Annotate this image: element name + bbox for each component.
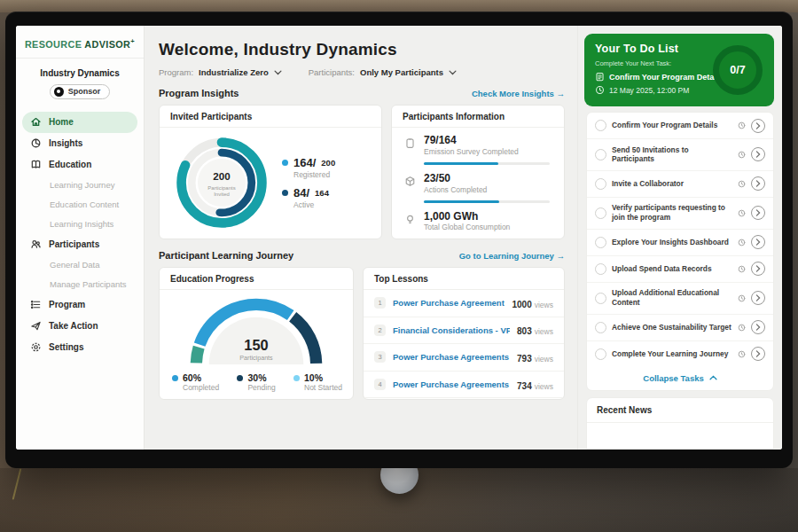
- chevron-right-icon: [755, 122, 761, 129]
- donut-center-label: Participants: [207, 185, 235, 191]
- task-label: Upload Spend Data Records: [612, 264, 732, 274]
- task-open-button[interactable]: [751, 147, 765, 161]
- donut-center-label: Invited: [214, 192, 230, 197]
- sidebar-item-label: Home: [49, 117, 74, 127]
- chevron-right-icon: [755, 350, 761, 357]
- task-checkbox[interactable]: [595, 322, 606, 333]
- learning-journey-header: Participant Learning Journey Go to Learn…: [159, 250, 565, 261]
- link-label: Check More Insights: [472, 89, 554, 98]
- task-open-button[interactable]: [751, 291, 765, 305]
- lesson-link[interactable]: Power Purchase Agreements 101: [393, 298, 505, 308]
- sidebar-item-education[interactable]: Education: [22, 154, 137, 176]
- clock-icon: [738, 239, 746, 246]
- card-title: Education Progress: [160, 268, 353, 290]
- legend-pending: 30% Pending: [237, 372, 275, 392]
- sidebar-item-manage-participants[interactable]: Manage Participants: [22, 275, 137, 294]
- sponsor-label: Sponsor: [68, 87, 101, 96]
- section-title: Participant Learning Journey: [159, 250, 293, 261]
- task-label: Upload Additional Educational Content: [612, 288, 732, 308]
- task-open-button[interactable]: [751, 176, 765, 191]
- stat-label: Emission Survey Completed: [424, 147, 519, 156]
- task-row: Upload Spend Data Records: [587, 256, 773, 283]
- gauge-chart: 150 Participants: [182, 293, 331, 366]
- lesson-rank: 3: [374, 351, 386, 363]
- chevron-down-icon: [449, 70, 457, 75]
- task-open-button[interactable]: [751, 206, 765, 220]
- stat-value: 79/164: [424, 135, 519, 147]
- participants-info-body: 79/164 Emission Survey Completed 23/50 A…: [392, 128, 564, 231]
- go-to-learning-journey-link[interactable]: Go to Learning Journey →: [459, 251, 565, 261]
- collapse-tasks-link[interactable]: Collapse Tasks: [587, 367, 773, 390]
- sidebar-item-education-content[interactable]: Education Content: [22, 195, 137, 215]
- main-content: Welcome, Industry Dynamics Program: Indu…: [145, 26, 577, 450]
- task-checkbox[interactable]: [595, 149, 606, 160]
- task-checkbox[interactable]: [595, 207, 606, 219]
- views-count: 803: [517, 326, 532, 336]
- education-gauge: 150 Participants: [182, 293, 331, 370]
- recent-news-title: Recent News: [587, 398, 773, 423]
- task-checkbox[interactable]: [595, 263, 606, 275]
- participants-filter[interactable]: Participants: Only My Participants: [309, 67, 457, 77]
- lesson-rank: 4: [374, 379, 386, 390]
- task-open-button[interactable]: [751, 235, 765, 249]
- program-filter-value: Industrialize Zero: [199, 67, 269, 77]
- clock-icon: [738, 265, 746, 273]
- progress-track: [424, 200, 550, 203]
- card-title: Participants Information: [392, 106, 564, 128]
- clipboard-icon: [404, 137, 416, 149]
- sponsor-badge[interactable]: Sponsor: [50, 84, 111, 99]
- task-checkbox[interactable]: [595, 348, 606, 360]
- monitor-bezel: RESOURCE ADVISOR+ Industry Dynamics Spon…: [5, 12, 793, 468]
- insights-icon: [30, 137, 42, 149]
- todo-progress-count: 0/7: [730, 64, 745, 76]
- clock-icon: [738, 350, 746, 358]
- legend-value: 164/: [293, 156, 316, 169]
- list-icon: [30, 299, 42, 310]
- legend-dot: [293, 375, 300, 381]
- program-filter[interactable]: Program: Industrialize Zero: [159, 67, 282, 77]
- progress-fill: [424, 162, 498, 165]
- program-filter-label: Program:: [159, 67, 193, 77]
- sidebar-item-program[interactable]: Program: [22, 294, 137, 316]
- task-open-button[interactable]: [751, 262, 765, 276]
- task-open-button[interactable]: [751, 320, 765, 334]
- lesson-link[interactable]: Power Purchase Agreements 101: [393, 352, 510, 362]
- donut-legend: 164/ 200 Registered 84/ 164 Active: [282, 149, 374, 216]
- check-more-insights-link[interactable]: Check More Insights →: [472, 89, 565, 98]
- invited-donut-chart: 200 Participants Invited: [170, 131, 273, 234]
- take-action-icon: [30, 320, 42, 332]
- sidebar-item-insights[interactable]: Insights: [22, 133, 137, 154]
- sidebar-item-participants[interactable]: Participants: [22, 234, 137, 255]
- sidebar-item-learning-journey[interactable]: Learning Journey: [22, 176, 137, 195]
- sidebar-item-home[interactable]: Home: [22, 112, 137, 133]
- sidebar-item-take-action[interactable]: Take Action: [22, 316, 137, 337]
- todo-progress-ring: 0/7: [713, 45, 763, 95]
- org-name: Industry Dynamics: [16, 59, 144, 84]
- task-label: Achieve One Sustainability Target: [612, 323, 732, 332]
- task-row: Achieve One Sustainability Target: [587, 315, 773, 341]
- arrow-right-icon: →: [557, 89, 566, 98]
- chevron-right-icon: [755, 265, 761, 272]
- task-open-button[interactable]: [751, 119, 765, 133]
- legend-label: Pending: [247, 383, 275, 392]
- todo-due-date: 12 May 2025, 12:00 PM: [609, 86, 689, 95]
- task-checkbox[interactable]: [595, 237, 606, 248]
- chevron-right-icon: [755, 151, 761, 158]
- task-open-button[interactable]: [751, 347, 765, 361]
- sidebar-item-label: Insights: [49, 138, 82, 148]
- task-label: Verify participants requesting to join t…: [612, 203, 732, 223]
- stat-value: 23/50: [424, 173, 487, 185]
- filter-bar: Program: Industrialize Zero Participants…: [159, 67, 565, 77]
- sidebar-item-settings[interactable]: Settings: [22, 337, 137, 358]
- task-checkbox[interactable]: [595, 120, 606, 131]
- clock-icon: [595, 85, 605, 95]
- task-checkbox[interactable]: [595, 178, 606, 190]
- lesson-link[interactable]: Power Purchase Agreements 102: [393, 379, 510, 389]
- sidebar-item-learning-insights[interactable]: Learning Insights: [22, 215, 137, 234]
- legend-label: Not Started: [304, 383, 342, 392]
- chevron-right-icon: [755, 294, 761, 301]
- task-checkbox[interactable]: [595, 293, 606, 304]
- invited-participants-card: Invited Participants 200 Participants In…: [159, 105, 382, 239]
- sidebar-item-general-data[interactable]: General Data: [22, 255, 137, 275]
- lesson-link[interactable]: Financial Considerations - VPPAs: [393, 325, 510, 335]
